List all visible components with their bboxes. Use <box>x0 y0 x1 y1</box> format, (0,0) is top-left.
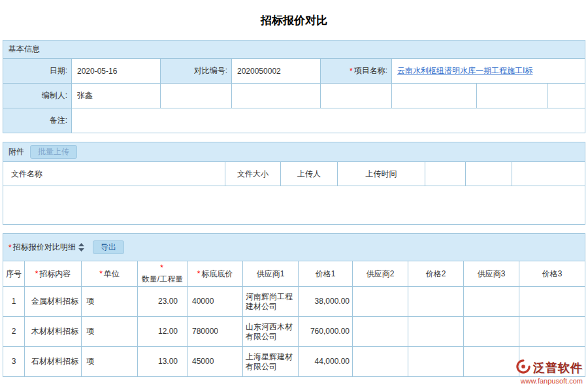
cell-unit: 项 <box>82 347 138 376</box>
attachments-title: 附件 <box>8 146 24 157</box>
detail-panel: * 招标报价对比明细 导出 序号 *招标内容 *单位 *数量/工程量 *标底底价… <box>3 233 585 377</box>
sort-icon[interactable] <box>78 243 84 252</box>
detail-title: 招标报价对比明细 <box>13 242 76 253</box>
col-label: 价格2 <box>426 269 446 279</box>
page-title: 招标报价对比 <box>0 0 588 40</box>
project-name-link[interactable]: 云南水利枢纽潜明水库一期工程施工I标 <box>397 65 532 76</box>
compare-no-label: 对比编号: <box>161 59 232 83</box>
cell-supplier1: 山东河西木材有限公司 <box>243 317 299 346</box>
detail-table-header: 序号 *招标内容 *单位 *数量/工程量 *标底底价 供应商1 价格1 供应商2… <box>3 261 585 287</box>
cell-supplier3 <box>464 317 519 346</box>
col-label: 标底底价 <box>201 269 233 279</box>
cell-price1: 760,000.00 <box>299 317 353 346</box>
batch-upload-button[interactable]: 批量上传 <box>30 145 77 159</box>
col-unit: *单位 <box>82 261 138 286</box>
col-label: 供应商2 <box>367 269 395 279</box>
col-supplier1: 供应商1 <box>243 261 299 286</box>
col-base-price: *标底底价 <box>188 261 243 286</box>
cell-supplier2 <box>353 287 408 316</box>
empty-cell <box>321 84 392 108</box>
remark-value <box>72 108 585 133</box>
cell-supplier3 <box>464 287 519 316</box>
col-label: 招标内容 <box>39 269 71 279</box>
col-file-size: 文件大小 <box>225 162 281 186</box>
required-mark: * <box>99 269 103 279</box>
form-row-2: 编制人: 张鑫 <box>3 84 585 108</box>
cell-price3 <box>519 317 585 346</box>
table-row: 2 木材材料招标 项 12.00 780000 山东河西木材有限公司 760,0… <box>3 317 585 347</box>
required-mark: * <box>35 269 39 279</box>
basic-info-title: 基本信息 <box>8 44 40 55</box>
cell-supplier2 <box>353 317 408 346</box>
col-label: 供应商3 <box>478 269 506 279</box>
remark-label: 备注: <box>3 108 72 133</box>
col-label: 供应商1 <box>257 269 285 279</box>
table-row: 3 石材材料招标 项 13.00 45000 上海星辉建材有限公司 44,000… <box>3 347 585 376</box>
cell-base-price: 40000 <box>188 287 243 316</box>
col-supplier2: 供应商2 <box>353 261 408 286</box>
col-price1: 价格1 <box>299 261 353 286</box>
cell-base-price: 780000 <box>188 317 243 346</box>
empty-cell <box>161 84 232 108</box>
author-value: 张鑫 <box>72 84 161 108</box>
cell-seq: 1 <box>3 287 25 316</box>
form-row-1: 日期: 2020-05-16 对比编号: 2020050002 *项目名称: 云… <box>3 59 585 84</box>
empty-cell <box>232 84 321 108</box>
col-uploader: 上传人 <box>281 162 338 186</box>
export-button[interactable]: 导出 <box>93 240 124 254</box>
col-empty-3 <box>512 162 585 186</box>
cell-price2 <box>408 317 464 346</box>
col-quantity: *数量/工程量 <box>138 261 188 286</box>
attachments-header: 附件 批量上传 <box>3 142 585 162</box>
cell-price2 <box>408 347 464 376</box>
date-label: 日期: <box>3 59 72 83</box>
col-seq: 序号 <box>3 261 25 286</box>
vendor-url: www.fanpusoft.com <box>521 377 583 385</box>
empty-cell <box>547 84 585 108</box>
table-row: 1 金属材料招标 项 23.00 40000 河南辉尚工程建材公司 38,000… <box>3 287 585 317</box>
required-mark: * <box>8 243 12 252</box>
cell-content: 石材材料招标 <box>25 347 82 376</box>
col-label: 序号 <box>6 269 22 279</box>
attachment-table-header: 文件名称 文件大小 上传人 上传时间 <box>3 162 585 186</box>
cell-price3 <box>519 287 585 316</box>
cell-supplier2 <box>353 347 408 376</box>
cell-price1: 44,000.00 <box>299 347 353 376</box>
cell-quantity: 13.00 <box>138 347 188 376</box>
cell-price2 <box>408 287 464 316</box>
form-row-3: 备注: <box>3 108 585 133</box>
col-price2: 价格2 <box>408 261 464 286</box>
cell-supplier1: 上海星辉建材有限公司 <box>243 347 299 376</box>
cell-seq: 2 <box>3 317 25 346</box>
project-name-label-text: 项目名称: <box>354 65 387 76</box>
col-file-name: 文件名称 <box>3 162 225 186</box>
empty-cell <box>392 84 477 108</box>
required-mark: * <box>350 67 353 76</box>
cell-supplier3 <box>464 347 519 376</box>
col-label: 价格3 <box>542 269 563 279</box>
col-empty-2 <box>466 162 512 186</box>
fanpu-swirl-icon <box>516 359 531 376</box>
col-upload-time: 上传时间 <box>338 162 425 186</box>
detail-header: * 招标报价对比明细 导出 <box>3 234 585 261</box>
cell-supplier1: 河南辉尚工程建材公司 <box>243 287 299 316</box>
col-label: 数量/工程量 <box>142 274 183 284</box>
vendor-logo: 泛普软件 www.fanpusoft.com <box>516 359 583 385</box>
required-mark: * <box>160 263 163 273</box>
cell-quantity: 23.00 <box>138 287 188 316</box>
project-name-label: *项目名称: <box>321 59 392 83</box>
required-mark: * <box>197 269 201 279</box>
cell-unit: 项 <box>82 287 138 316</box>
attachment-empty-area <box>3 186 585 224</box>
basic-info-panel: 基本信息 日期: 2020-05-16 对比编号: 2020050002 *项目… <box>3 40 585 133</box>
cell-unit: 项 <box>82 317 138 346</box>
col-label: 价格1 <box>316 269 336 279</box>
col-label: 单位 <box>104 269 120 279</box>
col-supplier3: 供应商3 <box>464 261 519 286</box>
col-empty-1 <box>425 162 466 186</box>
cell-base-price: 45000 <box>188 347 243 376</box>
col-price3: 价格3 <box>519 261 585 286</box>
cell-content: 金属材料招标 <box>25 287 82 316</box>
empty-cell-group <box>392 84 585 108</box>
empty-cell <box>477 84 547 108</box>
